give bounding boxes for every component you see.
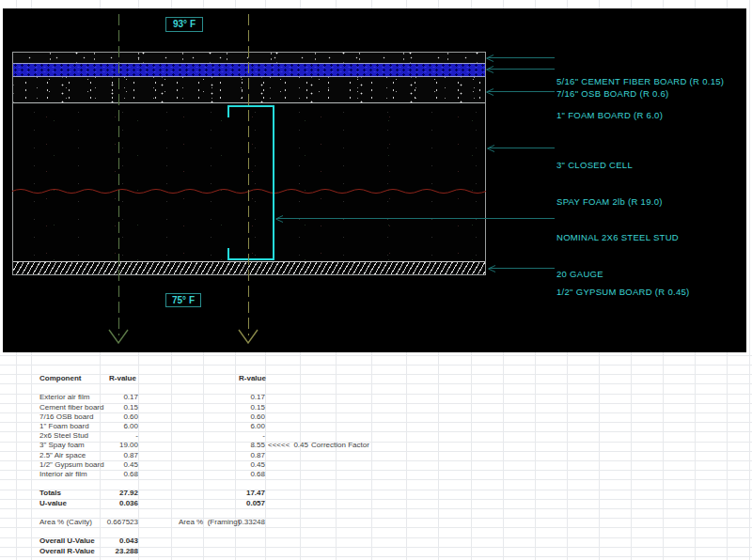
cell-rvalue-cavity[interactable]: 0.68 (100, 470, 138, 479)
cell-rvalue-cavity[interactable]: 27.92 (100, 489, 138, 498)
cell-component[interactable]: 2x6 Steel Stud (39, 431, 88, 441)
table-row: U-value0.0360.057 (0, 499, 752, 509)
cell-component[interactable]: Area % (Cavity) (39, 518, 92, 527)
cell-component[interactable]: Totals (39, 489, 61, 498)
cell-rvalue-framing[interactable]: 0.33248 (203, 518, 265, 527)
cell-rvalue-framing[interactable]: 0.45 (203, 460, 265, 470)
cell-correction-value[interactable]: 0.45 (282, 441, 308, 450)
table-row: ComponentR-valueR-value (0, 374, 752, 384)
table-row: Area % (Cavity)0.667523Area % (Framing)0… (0, 518, 752, 528)
cell-component[interactable]: U-value (39, 499, 67, 508)
cell-rvalue-cavity[interactable]: 19.00 (100, 441, 138, 450)
cell-component[interactable]: Exterior air film (39, 393, 89, 402)
cell-rvalue-cavity[interactable]: R-value (109, 374, 136, 383)
cell-rvalue-framing[interactable]: 0.15 (203, 403, 265, 412)
cell-component[interactable]: 2.5" Air space (39, 451, 86, 460)
cell-rvalue-cavity[interactable]: 23.288 (100, 547, 138, 556)
cell-rvalue-cavity[interactable]: 0.17 (100, 393, 138, 402)
cell-component[interactable]: Cement fiber board (39, 403, 103, 412)
cell-component[interactable]: Interior air film (39, 470, 87, 479)
cell-rvalue-cavity[interactable]: 0.87 (100, 451, 138, 460)
cell-component[interactable]: 1/2" Gypsum board (39, 460, 104, 470)
cell-rvalue-framing[interactable]: 0.68 (203, 470, 265, 479)
cell-rvalue-framing[interactable]: 0.60 (203, 412, 265, 422)
cell-component[interactable]: Component (39, 374, 81, 383)
cell-rvalue-framing[interactable]: - (203, 431, 265, 441)
cell-rvalue-framing[interactable]: 0.057 (203, 499, 265, 508)
cell-rvalue-cavity[interactable]: - (100, 431, 138, 441)
cell-rvalue-framing[interactable]: 0.87 (203, 451, 265, 460)
cell-rvalue-cavity[interactable]: 0.60 (100, 412, 138, 422)
cell-component[interactable]: 1" Foam board (39, 422, 89, 431)
cell-rvalue-cavity[interactable]: 0.45 (100, 460, 138, 470)
rvalue-table: ComponentR-valueR-valueExterior air film… (0, 0, 752, 560)
table-row: Interior air film0.680.68 (0, 470, 752, 480)
cell-component[interactable]: 3" Spay foam (39, 441, 85, 450)
cell-rvalue-framing[interactable]: 0.17 (203, 393, 265, 402)
cell-rvalue-framing[interactable]: 6.00 (203, 422, 265, 431)
cell-rvalue-cavity[interactable]: 0.043 (100, 537, 138, 546)
cell-component[interactable]: Overall U-Value (39, 537, 95, 546)
cell-correction-label[interactable]: Correction Factor (311, 441, 369, 450)
cell-rvalue-cavity[interactable]: 0.667523 (100, 518, 138, 527)
cell-rvalue-cavity[interactable]: 0.036 (100, 499, 138, 508)
cell-rvalue-cavity[interactable]: 0.15 (100, 403, 138, 412)
cell-rvalue-framing[interactable]: R-value (239, 374, 266, 383)
cell-rvalue-cavity[interactable]: 6.00 (100, 422, 138, 431)
cell-rvalue-framing[interactable]: 17.47 (203, 489, 265, 498)
cell-component[interactable]: Overall R-Value (39, 547, 95, 556)
table-row: Overall R-Value23.288 (0, 547, 752, 557)
cell-component[interactable]: 7/16 OSB board (39, 412, 93, 422)
cell-rvalue-framing[interactable]: 8.55 (203, 441, 265, 450)
